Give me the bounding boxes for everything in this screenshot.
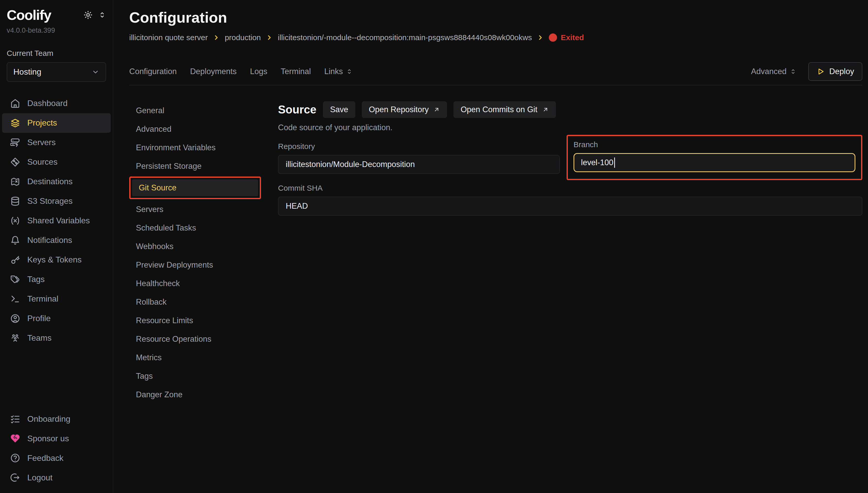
- external-link-icon: [542, 106, 549, 113]
- sidebar-item-destinations[interactable]: Destinations: [2, 172, 111, 191]
- commit-sha-label: Commit SHA: [278, 184, 862, 192]
- heart-hands-icon: [10, 433, 20, 443]
- open-repository-label: Open Repository: [369, 105, 429, 114]
- play-icon: [817, 67, 825, 76]
- sidebar-item-sources[interactable]: Sources: [2, 152, 111, 172]
- branch-input[interactable]: level-100: [573, 153, 855, 172]
- sidebar-item-profile[interactable]: Profile: [2, 309, 111, 328]
- chevron-right-icon: [213, 34, 219, 41]
- sidebar-item-label: Projects: [27, 118, 57, 128]
- sidebar-item-dashboard[interactable]: Dashboard: [2, 94, 111, 113]
- home-icon: [10, 99, 20, 108]
- form-header: Source Save Open Repository Open Commits…: [278, 101, 862, 118]
- team-select[interactable]: Hosting: [7, 62, 106, 82]
- chevron-right-icon: [537, 34, 544, 41]
- open-repository-button[interactable]: Open Repository: [362, 101, 447, 118]
- save-button[interactable]: Save: [323, 101, 355, 118]
- repository-label: Repository: [278, 142, 560, 151]
- text-cursor: [614, 157, 615, 168]
- chevrons-up-down-icon[interactable]: [98, 11, 106, 19]
- sidebar-item-label: S3 Storages: [27, 196, 72, 206]
- subnav-item-resource-operations[interactable]: Resource Operations: [129, 330, 261, 348]
- server-icon: [10, 138, 20, 147]
- subnav-item-healthcheck[interactable]: Healthcheck: [129, 274, 261, 293]
- coolify-app: Coolify v4.0.0-beta.399 Current Team Hos…: [0, 0, 868, 493]
- branch-label: Branch: [573, 140, 855, 149]
- sidebar-item-label: Sponsor us: [27, 434, 69, 443]
- sidebar-item-label: Profile: [27, 314, 51, 323]
- database-icon: [10, 196, 20, 206]
- sidebar-nav: Dashboard Projects Servers Sources Desti…: [0, 94, 113, 348]
- git-source-icon: [10, 157, 20, 167]
- logout-icon: [10, 473, 20, 483]
- tab-links[interactable]: Links: [324, 67, 353, 76]
- subnav-item-danger-zone[interactable]: Danger Zone: [129, 385, 261, 404]
- sidebar-item-teams[interactable]: Teams: [2, 328, 111, 348]
- tab-logs[interactable]: Logs: [250, 67, 267, 76]
- subnav-item-git-source[interactable]: Git Source: [132, 179, 258, 196]
- breadcrumb: illicitonion quote server production ill…: [129, 33, 862, 42]
- sidebar-header-icons: [83, 8, 106, 20]
- branch-input-value: level-100: [581, 158, 613, 167]
- sidebar-item-servers[interactable]: Servers: [2, 133, 111, 152]
- repository-input[interactable]: [278, 155, 560, 174]
- form-description: Code source of your application.: [278, 123, 862, 132]
- layers-icon: [10, 118, 20, 128]
- breadcrumb-item-project[interactable]: illicitonion quote server: [129, 33, 208, 42]
- tabs: Configuration Deployments Logs Terminal …: [129, 67, 353, 76]
- app-version: v4.0.0-beta.399: [0, 26, 113, 35]
- sidebar-header: Coolify: [0, 8, 113, 22]
- breadcrumb-item-resource[interactable]: illicitestonion/-module--decomposition:m…: [278, 33, 532, 42]
- status-badge: Exited: [549, 33, 584, 42]
- repository-field: Repository: [278, 135, 560, 174]
- terminal-icon: [10, 294, 20, 304]
- sidebar-item-projects[interactable]: Projects: [2, 113, 111, 133]
- external-link-icon: [433, 106, 440, 113]
- config-subnav: General Advanced Environment Variables P…: [129, 101, 261, 493]
- subnav-item-servers[interactable]: Servers: [129, 200, 261, 219]
- sidebar-item-onboarding[interactable]: Onboarding: [2, 409, 111, 429]
- sidebar-item-label: Terminal: [27, 294, 59, 304]
- sidebar-item-keys-tokens[interactable]: Keys & Tokens: [2, 250, 111, 270]
- advanced-label: Advanced: [751, 67, 787, 76]
- checklist-icon: [10, 414, 20, 424]
- sidebar-item-s3-storages[interactable]: S3 Storages: [2, 191, 111, 211]
- subnav-item-webhooks[interactable]: Webhooks: [129, 237, 261, 256]
- sidebar-item-shared-variables[interactable]: Shared Variables: [2, 211, 111, 231]
- tab-deployments[interactable]: Deployments: [190, 67, 237, 76]
- sidebar-item-tags[interactable]: Tags: [2, 270, 111, 289]
- sidebar-item-label: Feedback: [27, 453, 64, 463]
- subnav-item-general[interactable]: General: [129, 101, 261, 120]
- users-icon: [10, 333, 20, 343]
- subnav-item-resource-limits[interactable]: Resource Limits: [129, 311, 261, 330]
- tab-terminal[interactable]: Terminal: [281, 67, 311, 76]
- sidebar-item-sponsor-us[interactable]: Sponsor us: [2, 429, 111, 448]
- commit-sha-input[interactable]: [278, 197, 862, 216]
- variables-icon: [10, 216, 20, 226]
- subnav-item-tags[interactable]: Tags: [129, 367, 261, 385]
- subnav-item-persistent-storage[interactable]: Persistent Storage: [129, 157, 261, 175]
- bell-icon: [10, 235, 20, 245]
- sidebar: Coolify v4.0.0-beta.399 Current Team Hos…: [0, 0, 113, 493]
- subnav-item-rollback[interactable]: Rollback: [129, 293, 261, 311]
- subnav-item-metrics[interactable]: Metrics: [129, 348, 261, 367]
- subnav-item-preview-deployments[interactable]: Preview Deployments: [129, 256, 261, 274]
- subnav-item-advanced[interactable]: Advanced: [129, 120, 261, 138]
- chevrons-up-down-icon: [346, 68, 353, 75]
- sidebar-item-notifications[interactable]: Notifications: [2, 231, 111, 250]
- deploy-button[interactable]: Deploy: [808, 62, 863, 81]
- status-label: Exited: [560, 33, 584, 42]
- open-commits-button[interactable]: Open Commits on Git: [453, 101, 555, 118]
- breadcrumb-item-environment[interactable]: production: [225, 33, 261, 42]
- team-select-value: Hosting: [14, 67, 41, 77]
- tab-configuration[interactable]: Configuration: [129, 67, 176, 76]
- sidebar-item-feedback[interactable]: Feedback: [2, 448, 111, 468]
- subnav-item-scheduled-tasks[interactable]: Scheduled Tasks: [129, 219, 261, 237]
- sidebar-item-terminal[interactable]: Terminal: [2, 289, 111, 309]
- chevrons-up-down-icon: [790, 68, 797, 75]
- subnav-item-environment-variables[interactable]: Environment Variables: [129, 138, 261, 157]
- sun-icon[interactable]: [83, 10, 93, 20]
- sidebar-item-logout[interactable]: Logout: [2, 468, 111, 487]
- sidebar-item-label: Onboarding: [27, 414, 70, 424]
- advanced-menu[interactable]: Advanced: [751, 67, 797, 76]
